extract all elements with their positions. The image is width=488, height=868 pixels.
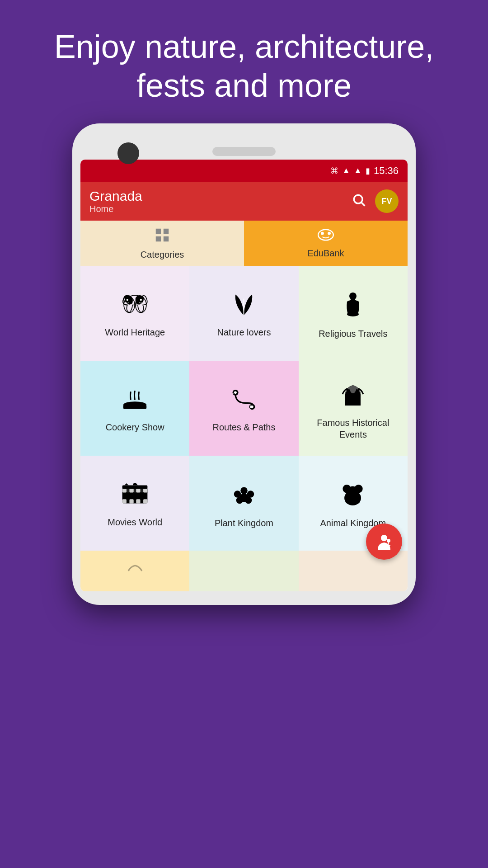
world-heritage-icon: [122, 292, 149, 319]
nature-lovers-icon: [231, 292, 256, 319]
signal-icon2: ▲: [354, 166, 362, 175]
search-button[interactable]: [352, 193, 366, 210]
svg-point-39: [240, 487, 247, 494]
svg-rect-29: [130, 488, 134, 492]
world-heritage-label: World Heritage: [105, 326, 165, 338]
svg-rect-33: [130, 500, 134, 504]
svg-point-12: [140, 299, 141, 301]
svg-point-50: [354, 497, 361, 504]
signal-icon: ▲: [342, 166, 350, 175]
svg-rect-17: [351, 294, 355, 296]
bottom-cell-1[interactable]: [80, 551, 189, 591]
svg-point-16: [347, 312, 359, 316]
movies-world-icon: [120, 482, 150, 509]
category-world-heritage[interactable]: World Heritage: [80, 266, 189, 361]
status-time: 15:36: [374, 165, 399, 177]
cookery-show-icon: [122, 387, 149, 414]
hero-section: Enjoy nature, architecture, fests and mo…: [0, 0, 488, 123]
battery-icon: ▮: [366, 166, 370, 176]
tab-edubank[interactable]: EduBank: [244, 221, 408, 266]
routes-paths-icon: A B: [230, 387, 258, 414]
nature-lovers-label: Nature lovers: [217, 326, 271, 338]
svg-point-48: [348, 486, 358, 496]
app-bar-right: FV: [352, 189, 399, 213]
svg-rect-32: [122, 500, 127, 504]
svg-marker-37: [124, 483, 128, 486]
svg-rect-34: [136, 500, 140, 504]
app-title: Granada: [89, 189, 142, 204]
svg-rect-4: [156, 236, 161, 241]
religious-travels-icon: [342, 292, 364, 321]
svg-point-52: [387, 539, 390, 542]
wifi-icon: ⌘: [330, 166, 338, 176]
religious-travels-label: Religious Travels: [319, 328, 387, 340]
category-movies-world[interactable]: Movies World: [80, 456, 189, 551]
phone-screen: ⌘ ▲ ▲ ▮ 15:36 Granada Home FV: [80, 160, 408, 591]
svg-rect-5: [164, 236, 169, 241]
routes-paths-label: Routes & Paths: [213, 421, 276, 433]
phone-speaker: [212, 147, 276, 156]
svg-point-11: [126, 299, 128, 301]
category-famous-historical[interactable]: Famous Historical Events: [299, 361, 408, 456]
svg-rect-2: [156, 229, 161, 234]
svg-point-8: [328, 232, 331, 235]
tab-edubank-label: EduBank: [307, 248, 344, 259]
phone-wrapper: ⌘ ▲ ▲ ▮ 15:36 Granada Home FV: [72, 123, 416, 605]
movies-world-label: Movies World: [108, 516, 162, 528]
svg-text:B: B: [250, 405, 252, 409]
svg-rect-19: [123, 405, 146, 409]
bottom-cell-2[interactable]: [189, 551, 298, 591]
animal-kingdom-icon: [339, 482, 366, 510]
famous-historical-icon: [341, 381, 366, 410]
svg-rect-28: [122, 488, 127, 492]
category-cookery-show[interactable]: Cookery Show: [80, 361, 189, 456]
category-religious-travels[interactable]: Religious Travels: [299, 266, 408, 361]
plant-kingdom-label: Plant Kingdom: [215, 517, 273, 529]
svg-marker-38: [133, 483, 138, 486]
fab-button[interactable]: [366, 524, 402, 560]
app-bar-left: Granada Home: [89, 189, 142, 214]
tab-categories-label: Categories: [141, 250, 184, 260]
tabs-bar: Categories EduBank: [80, 221, 408, 266]
tab-categories[interactable]: Categories: [80, 221, 244, 266]
svg-line-1: [361, 203, 365, 206]
svg-rect-30: [136, 488, 140, 492]
svg-point-7: [321, 232, 324, 235]
categories-grid: World Heritage Nature lovers: [80, 266, 408, 551]
bottom-partial-row: [80, 551, 408, 591]
app-subtitle: Home: [89, 204, 142, 214]
svg-point-51: [381, 535, 387, 541]
phone-camera: [117, 142, 139, 164]
famous-historical-label: Famous Historical Events: [303, 417, 403, 440]
svg-rect-35: [143, 500, 147, 504]
category-plant-kingdom[interactable]: Plant Kingdom: [189, 456, 298, 551]
category-routes-paths[interactable]: A B Routes & Paths: [189, 361, 298, 456]
svg-text:A: A: [233, 391, 236, 395]
svg-point-6: [318, 230, 333, 241]
svg-rect-36: [122, 486, 148, 489]
plant-kingdom-icon: [231, 482, 257, 510]
logo-badge[interactable]: FV: [375, 189, 399, 213]
category-nature-lovers[interactable]: Nature lovers: [189, 266, 298, 361]
categories-icon: [154, 226, 171, 247]
svg-rect-31: [143, 488, 147, 492]
svg-rect-3: [164, 229, 169, 234]
hero-text: Enjoy nature, architecture, fests and mo…: [54, 28, 434, 104]
app-bar: Granada Home FV: [80, 182, 408, 221]
cookery-show-label: Cookery Show: [106, 421, 164, 433]
svg-point-0: [354, 195, 362, 203]
edubank-icon: [316, 228, 335, 245]
status-icons: ⌘ ▲ ▲ ▮ 15:36: [330, 165, 399, 177]
svg-point-44: [239, 493, 248, 502]
svg-point-49: [345, 497, 352, 504]
